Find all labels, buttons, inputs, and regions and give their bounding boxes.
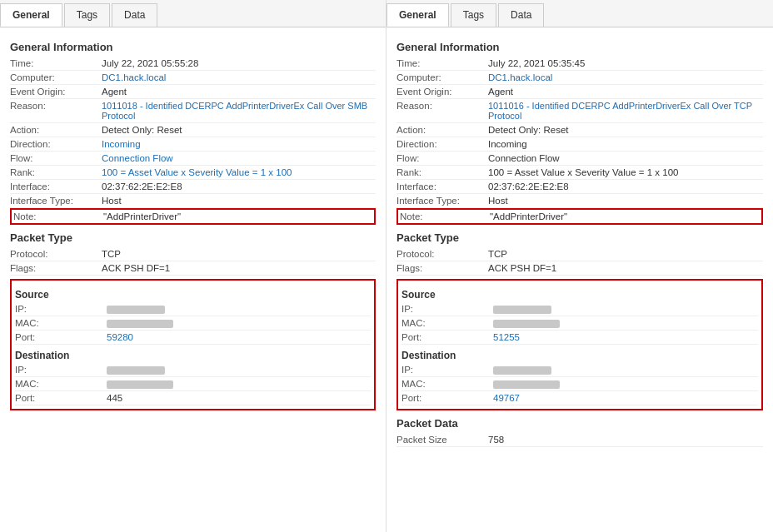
right-dest-port-value[interactable]: 49767	[493, 393, 758, 403]
left-row-interface-type: Interface Type: Host	[10, 194, 376, 208]
left-source-port-row: Port: 59280	[15, 331, 371, 345]
right-label-computer: Computer:	[396, 72, 488, 82]
left-source-box: Source IP: MAC: Port: 59280 Destination …	[10, 279, 376, 410]
right-source-mac-label: MAC:	[401, 318, 493, 328]
right-label-interface-type: Interface Type:	[396, 196, 488, 206]
right-dest-port-row: Port: 49767	[401, 391, 758, 405]
left-tab-data[interactable]: Data	[112, 3, 157, 27]
left-label-direction: Direction:	[10, 139, 102, 149]
left-source-mac-row: MAC:	[15, 316, 371, 331]
right-tab-data[interactable]: Data	[498, 3, 544, 27]
right-row-interface: Interface: 02:37:62:2E:E2:E8	[396, 180, 763, 194]
left-dest-mac-label: MAC:	[15, 379, 107, 389]
right-row-direction: Direction: Incoming	[396, 137, 763, 152]
right-row-computer: Computer: DC1.hack.local	[396, 71, 763, 85]
right-value-time: July 22, 2021 05:35:45	[488, 58, 763, 68]
left-row-rank: Rank: 100 = Asset Value x Severity Value…	[10, 166, 376, 180]
left-dest-mac-value	[107, 379, 371, 389]
left-source-ip-row: IP:	[15, 302, 371, 316]
left-label-reason: Reason:	[10, 101, 102, 111]
right-row-event-origin: Event Origin: Agent	[396, 85, 763, 99]
right-value-protocol: TCP	[488, 249, 763, 259]
left-source-ip-value	[107, 304, 371, 314]
left-value-computer[interactable]: DC1.hack.local	[102, 72, 376, 82]
right-source-ip-row: IP:	[401, 302, 758, 316]
right-label-flags: Flags:	[396, 263, 488, 273]
left-value-interface: 02:37:62:2E:E2:E8	[102, 181, 376, 191]
left-label-flow: Flow:	[10, 153, 102, 163]
left-value-flow[interactable]: Connection Flow	[102, 153, 376, 163]
left-value-reason[interactable]: 1011018 - Identified DCERPC AddPrinterDr…	[102, 101, 376, 121]
left-dest-ip-value	[107, 365, 371, 375]
right-source-port-value[interactable]: 51255	[493, 332, 758, 342]
right-value-direction: Incoming	[488, 139, 763, 149]
right-row-flow: Flow: Connection Flow	[396, 152, 763, 166]
left-panel-content: General Information Time: July 22, 2021 …	[0, 27, 386, 420]
left-value-action: Detect Only: Reset	[102, 125, 376, 135]
left-tab-tags[interactable]: Tags	[64, 3, 110, 27]
right-tab-general[interactable]: General	[386, 3, 449, 27]
right-packet-size-value: 758	[488, 435, 763, 445]
left-dest-ip-label: IP:	[15, 365, 107, 375]
right-source-title: Source	[401, 289, 758, 301]
left-value-protocol: TCP	[102, 249, 376, 259]
right-value-flow: Connection Flow	[488, 153, 763, 163]
right-label-action: Action:	[396, 125, 488, 135]
left-dest-mac-row: MAC:	[15, 377, 371, 391]
right-note-box: Note: "AddPrinterDriver"	[396, 208, 763, 225]
left-label-flags: Flags:	[10, 263, 102, 273]
left-label-rank: Rank:	[10, 167, 102, 177]
right-tab-tags[interactable]: Tags	[451, 3, 496, 27]
right-label-reason: Reason:	[396, 101, 488, 111]
left-row-direction: Direction: Incoming	[10, 137, 376, 152]
right-dest-ip-label: IP:	[401, 365, 493, 375]
left-source-mac-value	[107, 318, 371, 328]
left-row-interface: Interface: 02:37:62:2E:E2:E8	[10, 180, 376, 194]
right-label-note: Note:	[398, 211, 490, 221]
left-value-time: July 22, 2021 05:55:28	[102, 58, 376, 68]
right-row-action: Action: Detect Only: Reset	[396, 123, 763, 137]
right-source-port-row: Port: 51255	[401, 331, 758, 345]
right-value-rank: 100 = Asset Value x Severity Value = 1 x…	[488, 167, 763, 177]
left-packet-type-title: Packet Type	[10, 231, 376, 244]
left-value-event-origin: Agent	[102, 87, 376, 97]
left-label-note: Note:	[12, 211, 103, 221]
left-tab-bar: General Tags Data	[0, 0, 386, 27]
left-value-rank[interactable]: 100 = Asset Value x Severity Value = 1 x…	[102, 167, 376, 177]
right-row-time: Time: July 22, 2021 05:35:45	[396, 57, 763, 71]
left-dest-port-row: Port: 445	[15, 391, 371, 405]
right-packet-data-title: Packet Data	[396, 417, 763, 430]
left-row-event-origin: Event Origin: Agent	[10, 85, 376, 99]
right-source-ip-label: IP:	[401, 304, 493, 314]
right-tab-bar: General Tags Data	[386, 0, 773, 27]
left-row-action: Action: Detect Only: Reset	[10, 123, 376, 137]
right-row-protocol: Protocol: TCP	[396, 247, 763, 261]
right-value-computer[interactable]: DC1.hack.local	[488, 72, 763, 82]
left-row-computer: Computer: DC1.hack.local	[10, 71, 376, 85]
left-dest-port-value: 445	[107, 393, 371, 403]
left-panel: General Tags Data General Information Ti…	[0, 0, 386, 532]
left-tab-general[interactable]: General	[0, 3, 62, 27]
right-general-info-title: General Information	[396, 41, 763, 53]
right-source-mac-value	[493, 318, 758, 328]
right-value-interface-type: Host	[488, 196, 763, 206]
right-label-event-origin: Event Origin:	[396, 87, 488, 97]
left-source-port-value[interactable]: 59280	[107, 332, 371, 342]
left-value-interface-type: Host	[102, 196, 376, 206]
left-source-mac-label: MAC:	[15, 318, 107, 328]
left-value-note: "AddPrinterDriver"	[103, 211, 374, 221]
left-general-info-title: General Information	[10, 41, 376, 53]
left-dest-ip-row: IP:	[15, 363, 371, 377]
left-label-action: Action:	[10, 125, 102, 135]
left-row-flags: Flags: ACK PSH DF=1	[10, 261, 376, 276]
right-source-ip-value	[493, 304, 758, 314]
left-value-flags: ACK PSH DF=1	[102, 263, 376, 273]
left-label-interface: Interface:	[10, 181, 102, 191]
right-value-reason[interactable]: 1011016 - Identified DCERPC AddPrinterDr…	[488, 101, 763, 121]
left-label-protocol: Protocol:	[10, 249, 102, 259]
right-row-reason: Reason: 1011016 - Identified DCERPC AddP…	[396, 99, 763, 123]
left-value-direction[interactable]: Incoming	[102, 139, 376, 149]
right-label-rank: Rank:	[396, 167, 488, 177]
right-dest-title: Destination	[401, 350, 758, 361]
right-source-dest-box: Source IP: MAC: Port: 51255 Destination …	[396, 279, 763, 410]
